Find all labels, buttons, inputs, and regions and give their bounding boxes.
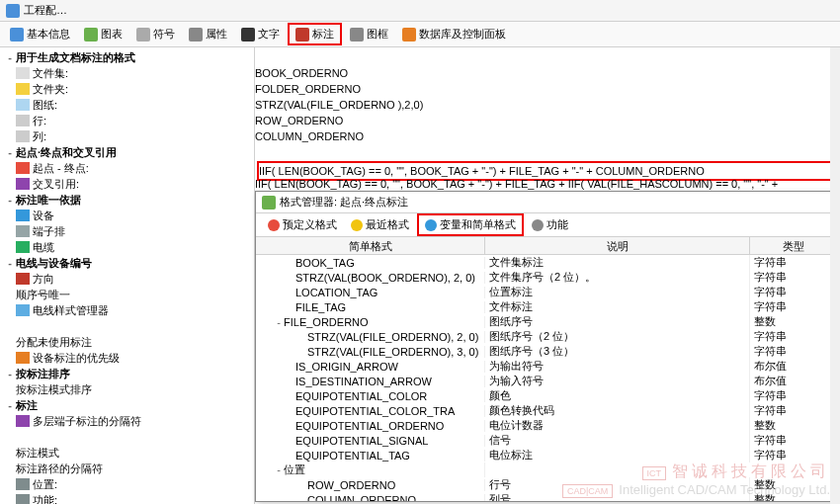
toolbar-chart[interactable]: 图表: [78, 25, 128, 43]
format-row-14[interactable]: -位置: [256, 462, 837, 477]
tab-func[interactable]: 功能: [526, 215, 574, 234]
tree-node-15[interactable]: 顺序号唯一: [0, 287, 254, 302]
frame-icon: [350, 28, 364, 42]
format-row-0[interactable]: BOOK_TAG文件集标注字符串: [256, 255, 837, 270]
tree-node-20[interactable]: -按标注排序: [0, 366, 254, 381]
format-row-8[interactable]: IS_DESTINATION_ARROW为输入符号布尔值: [256, 374, 837, 388]
format-row-9[interactable]: EQUIPOTENTIAL_COLOR颜色字符串: [256, 388, 837, 403]
tree-node-23[interactable]: 多层端子标注的分隔符: [0, 413, 254, 429]
format-row-15[interactable]: ROW_ORDERNO行号整数: [256, 477, 837, 492]
table-body[interactable]: BOOK_TAG文件集标注字符串STRZ(VAL(BOOK_ORDERNO), …: [256, 255, 837, 501]
prop-row-3[interactable]: STRZ(VAL(FILE_ORDERNO ),2,0): [255, 97, 840, 113]
prop-row-2[interactable]: FOLDER_ORDERNO: [255, 81, 840, 97]
format-row-13[interactable]: EQUIPOTENTIAL_TAG电位标注字符串: [256, 448, 837, 462]
prop-row-5[interactable]: COLUMN_ORDERNO: [255, 128, 840, 144]
tree-node-14[interactable]: 方向: [0, 271, 254, 287]
tree-node-2[interactable]: 文件夹:: [0, 81, 254, 97]
tree-node-19[interactable]: 设备标注的优先级: [0, 350, 254, 366]
toolbar-attr[interactable]: 属性: [183, 25, 233, 43]
format-row-10[interactable]: EQUIPOTENTIAL_COLOR_TRA颜色转换代码字符串: [256, 403, 837, 418]
prop-row-0[interactable]: [255, 49, 840, 65]
twisty-icon[interactable]: -: [274, 463, 284, 475]
prop-row-4[interactable]: ROW_ORDERNO: [255, 113, 840, 128]
row-icon: [16, 115, 30, 126]
twisty-icon[interactable]: -: [4, 257, 16, 269]
tree-node-3[interactable]: 图纸:: [0, 97, 254, 113]
toolbar-frame[interactable]: 图框: [344, 25, 394, 43]
tree-node-7[interactable]: 起点 - 终点:: [0, 160, 254, 176]
tree-node-5[interactable]: 列:: [0, 128, 254, 144]
format-row-11[interactable]: EQUIPOTENTIAL_ORDERNO电位计数器整数: [256, 418, 837, 433]
tree-node-17[interactable]: [0, 318, 254, 334]
tree-node-25[interactable]: 标注模式: [0, 445, 254, 461]
tree-node-24[interactable]: [0, 429, 254, 445]
format-row-6[interactable]: STRZ(VAL(FILE_ORDERNO), 3, 0)图纸序号（3 位）字符…: [256, 344, 837, 359]
prop-row-1[interactable]: BOOK_ORDERNO: [255, 65, 840, 81]
tab-recent[interactable]: 最近格式: [345, 215, 415, 234]
tree-node-21[interactable]: 按标注模式排序: [0, 381, 254, 397]
tree-node-26[interactable]: 标注路径的分隔符: [0, 461, 254, 476]
format-row-7[interactable]: IS_ORIGIN_ARROW为输出符号布尔值: [256, 359, 837, 374]
twisty-icon[interactable]: -: [274, 316, 284, 328]
app-title: 工程配…: [24, 3, 67, 18]
format-row-4[interactable]: -FILE_ORDERNO图纸序号整数: [256, 314, 837, 329]
toolbar-symbol[interactable]: 符号: [130, 25, 181, 43]
tree-panel: -用于生成文档标注的格式文件集:文件夹:图纸:行:列:-起点·终点和交叉引用起点…: [0, 47, 255, 504]
basic-icon: [10, 28, 24, 42]
text-icon: [241, 28, 255, 42]
prop-row-7[interactable]: IIF( LEN(BOOK_TAG) == 0, "", BOOK_TAG + …: [259, 163, 836, 179]
toolbar-basic[interactable]: 基本信息: [4, 25, 76, 43]
tree-node-8[interactable]: 交叉引用:: [0, 176, 254, 192]
tree-node-12[interactable]: 电缆: [0, 239, 254, 255]
twisty-icon[interactable]: -: [4, 146, 16, 158]
dir-icon: [16, 273, 30, 285]
tab-predef[interactable]: 预定义格式: [262, 215, 343, 234]
dialog-title: 格式管理器: 起点·终点标注: [256, 192, 837, 213]
func-icon: [532, 219, 544, 231]
twisty-icon[interactable]: -: [4, 194, 16, 206]
cab-icon: [16, 241, 30, 253]
format-row-3[interactable]: FILE_TAG文件标注字符串: [256, 299, 837, 314]
fld-icon: [16, 83, 30, 95]
col-type: 类型: [750, 237, 837, 254]
tree-node-13[interactable]: -电线与设备编号: [0, 255, 254, 271]
xr-icon: [16, 178, 30, 190]
tree-node-22[interactable]: -标注: [0, 397, 254, 413]
tree-node-0[interactable]: -用于生成文档标注的格式: [0, 49, 254, 65]
toolbar: 基本信息图表符号属性文字标注图框数据库及控制面板: [0, 22, 840, 47]
chart-icon: [84, 28, 98, 42]
pg-icon: [16, 99, 30, 111]
toolbar-db[interactable]: 数据库及控制面板: [396, 25, 512, 43]
format-row-2[interactable]: LOCATION_TAG位置标注字符串: [256, 285, 837, 299]
tree-node-4[interactable]: 行:: [0, 113, 254, 128]
tree-node-18[interactable]: 分配未使用标注: [0, 334, 254, 350]
tree-node-6[interactable]: -起点·终点和交叉引用: [0, 144, 254, 160]
twisty-icon[interactable]: -: [4, 368, 16, 379]
pri-icon: [16, 352, 30, 364]
tree-node-1[interactable]: 文件集:: [0, 65, 254, 81]
format-row-16[interactable]: COLUMN_ORDERNO列号整数: [256, 492, 837, 501]
attr-icon: [189, 28, 203, 42]
wsm-icon: [16, 304, 30, 316]
scrollbar[interactable]: [830, 47, 840, 504]
dev-icon: [16, 210, 30, 221]
twisty-icon[interactable]: -: [4, 51, 16, 63]
tree-node-28[interactable]: 功能:: [0, 492, 254, 504]
tree-node-16[interactable]: 电线样式管理器: [0, 302, 254, 318]
tree-node-10[interactable]: 设备: [0, 208, 254, 223]
col-desc: 说明: [485, 237, 750, 254]
tab-varfmt[interactable]: 变量和简单格式: [417, 213, 524, 236]
prop-row-6[interactable]: [255, 144, 840, 160]
format-row-5[interactable]: STRZ(VAL(FILE_ORDERNO), 2, 0)图纸序号（2 位）字符…: [256, 329, 837, 344]
tree-node-9[interactable]: -标注唯一依据: [0, 192, 254, 208]
pt-icon: [16, 162, 30, 174]
format-row-1[interactable]: STRZ(VAL(BOOK_ORDERNO), 2, 0)文件集序号（2 位）。…: [256, 270, 837, 285]
format-row-12[interactable]: EQUIPOTENTIAL_SIGNAL信号字符串: [256, 433, 837, 448]
twisty-icon[interactable]: -: [4, 399, 16, 411]
toolbar-annot[interactable]: 标注: [288, 23, 342, 45]
toolbar-text[interactable]: 文字: [235, 25, 286, 43]
symbol-icon: [136, 28, 150, 42]
tree-node-11[interactable]: 端子排: [0, 223, 254, 239]
tree-node-27[interactable]: 位置:: [0, 476, 254, 492]
predef-icon: [268, 219, 280, 231]
